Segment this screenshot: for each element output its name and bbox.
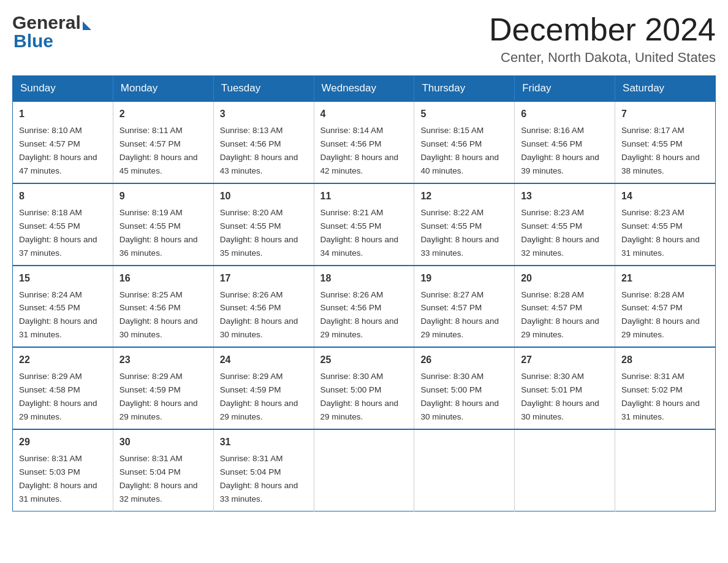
weekday-header-row: Sunday Monday Tuesday Wednesday Thursday… [13, 76, 716, 102]
day-number: 11 [320, 189, 408, 204]
calendar-table: Sunday Monday Tuesday Wednesday Thursday… [12, 75, 716, 511]
day-info: Sunrise: 8:31 AMSunset: 5:04 PMDaylight:… [119, 454, 198, 504]
table-row: 29 Sunrise: 8:31 AMSunset: 5:03 PMDaylig… [13, 429, 113, 511]
day-number: 1 [19, 107, 107, 121]
day-info: Sunrise: 8:23 AMSunset: 4:55 PMDaylight:… [521, 208, 599, 258]
day-info: Sunrise: 8:13 AMSunset: 4:56 PMDaylight:… [220, 126, 298, 175]
day-number: 3 [220, 107, 308, 121]
table-row: 7 Sunrise: 8:17 AMSunset: 4:55 PMDayligh… [615, 101, 716, 183]
table-row: 16 Sunrise: 8:25 AMSunset: 4:56 PMDaylig… [113, 266, 213, 348]
calendar-week-row: 22 Sunrise: 8:29 AMSunset: 4:58 PMDaylig… [13, 347, 716, 429]
day-number: 25 [320, 353, 408, 367]
table-row: 14 Sunrise: 8:23 AMSunset: 4:55 PMDaylig… [615, 183, 716, 266]
logo-blue-text: Blue [12, 31, 53, 52]
logo: General Blue [12, 12, 91, 52]
day-info: Sunrise: 8:21 AMSunset: 4:55 PMDaylight:… [320, 208, 399, 258]
calendar-week-row: 1 Sunrise: 8:10 AMSunset: 4:57 PMDayligh… [13, 101, 716, 183]
day-info: Sunrise: 8:31 AMSunset: 5:03 PMDaylight:… [19, 454, 97, 504]
day-info: Sunrise: 8:27 AMSunset: 4:57 PMDaylight:… [420, 290, 499, 340]
table-row [314, 429, 414, 511]
day-number: 24 [220, 353, 308, 367]
table-row [515, 429, 615, 511]
logo-line1: General [12, 12, 91, 33]
day-info: Sunrise: 8:31 AMSunset: 5:04 PMDaylight:… [220, 454, 298, 504]
day-number: 6 [521, 107, 609, 121]
day-info: Sunrise: 8:29 AMSunset: 4:59 PMDaylight:… [220, 372, 298, 421]
day-info: Sunrise: 8:11 AMSunset: 4:57 PMDaylight:… [119, 126, 198, 175]
day-number: 4 [320, 107, 408, 121]
day-number: 13 [521, 189, 609, 204]
day-number: 22 [19, 353, 107, 367]
day-number: 8 [19, 189, 107, 204]
day-number: 27 [521, 353, 609, 367]
table-row: 31 Sunrise: 8:31 AMSunset: 5:04 PMDaylig… [213, 429, 314, 511]
day-number: 5 [420, 107, 508, 121]
day-info: Sunrise: 8:17 AMSunset: 4:55 PMDaylight:… [621, 126, 700, 175]
table-row: 27 Sunrise: 8:30 AMSunset: 5:01 PMDaylig… [515, 347, 615, 429]
table-row: 21 Sunrise: 8:28 AMSunset: 4:57 PMDaylig… [615, 266, 716, 348]
day-number: 10 [220, 189, 308, 204]
day-number: 9 [119, 189, 207, 204]
day-info: Sunrise: 8:30 AMSunset: 5:01 PMDaylight:… [521, 372, 599, 421]
table-row: 8 Sunrise: 8:18 AMSunset: 4:55 PMDayligh… [13, 183, 113, 266]
day-info: Sunrise: 8:15 AMSunset: 4:56 PMDaylight:… [420, 126, 499, 175]
table-row: 13 Sunrise: 8:23 AMSunset: 4:55 PMDaylig… [515, 183, 615, 266]
day-info: Sunrise: 8:22 AMSunset: 4:55 PMDaylight:… [420, 208, 499, 258]
day-number: 29 [19, 435, 107, 450]
day-info: Sunrise: 8:26 AMSunset: 4:56 PMDaylight:… [320, 290, 399, 340]
calendar-header: Sunday Monday Tuesday Wednesday Thursday… [13, 76, 716, 102]
day-number: 15 [19, 271, 107, 286]
day-number: 21 [621, 271, 709, 286]
table-row: 9 Sunrise: 8:19 AMSunset: 4:55 PMDayligh… [113, 183, 213, 266]
day-info: Sunrise: 8:28 AMSunset: 4:57 PMDaylight:… [621, 290, 700, 340]
title-block: December 2024 Center, North Dakota, Unit… [489, 12, 716, 66]
day-info: Sunrise: 8:20 AMSunset: 4:55 PMDaylight:… [220, 208, 298, 258]
table-row [414, 429, 515, 511]
day-number: 31 [220, 435, 308, 450]
day-number: 12 [420, 189, 508, 204]
table-row: 20 Sunrise: 8:28 AMSunset: 4:57 PMDaylig… [515, 266, 615, 348]
header-tuesday: Tuesday [213, 76, 314, 102]
day-info: Sunrise: 8:19 AMSunset: 4:55 PMDaylight:… [119, 208, 198, 258]
day-info: Sunrise: 8:26 AMSunset: 4:56 PMDaylight:… [220, 290, 298, 340]
table-row: 10 Sunrise: 8:20 AMSunset: 4:55 PMDaylig… [213, 183, 314, 266]
day-info: Sunrise: 8:28 AMSunset: 4:57 PMDaylight:… [521, 290, 599, 340]
day-number: 23 [119, 353, 207, 367]
header-monday: Monday [113, 76, 213, 102]
logo-arrow-icon [83, 21, 91, 30]
logo-general-text: General [12, 12, 81, 33]
header-saturday: Saturday [615, 76, 716, 102]
day-info: Sunrise: 8:10 AMSunset: 4:57 PMDaylight:… [19, 126, 97, 175]
day-number: 2 [119, 107, 207, 121]
table-row: 2 Sunrise: 8:11 AMSunset: 4:57 PMDayligh… [113, 101, 213, 183]
day-info: Sunrise: 8:18 AMSunset: 4:55 PMDaylight:… [19, 208, 97, 258]
day-info: Sunrise: 8:29 AMSunset: 4:58 PMDaylight:… [19, 372, 97, 421]
day-number: 16 [119, 271, 207, 286]
header-sunday: Sunday [13, 76, 113, 102]
table-row: 6 Sunrise: 8:16 AMSunset: 4:56 PMDayligh… [515, 101, 615, 183]
day-info: Sunrise: 8:25 AMSunset: 4:56 PMDaylight:… [119, 290, 198, 340]
day-number: 20 [521, 271, 609, 286]
calendar-week-row: 8 Sunrise: 8:18 AMSunset: 4:55 PMDayligh… [13, 183, 716, 266]
day-number: 19 [420, 271, 508, 286]
day-info: Sunrise: 8:29 AMSunset: 4:59 PMDaylight:… [119, 372, 198, 421]
table-row: 17 Sunrise: 8:26 AMSunset: 4:56 PMDaylig… [213, 266, 314, 348]
day-number: 17 [220, 271, 308, 286]
page-header: General Blue December 2024 Center, North… [12, 12, 716, 66]
table-row: 5 Sunrise: 8:15 AMSunset: 4:56 PMDayligh… [414, 101, 515, 183]
table-row: 1 Sunrise: 8:10 AMSunset: 4:57 PMDayligh… [13, 101, 113, 183]
table-row: 25 Sunrise: 8:30 AMSunset: 5:00 PMDaylig… [314, 347, 414, 429]
calendar-week-row: 29 Sunrise: 8:31 AMSunset: 5:03 PMDaylig… [13, 429, 716, 511]
table-row: 3 Sunrise: 8:13 AMSunset: 4:56 PMDayligh… [213, 101, 314, 183]
day-number: 30 [119, 435, 207, 450]
table-row: 30 Sunrise: 8:31 AMSunset: 5:04 PMDaylig… [113, 429, 213, 511]
table-row: 19 Sunrise: 8:27 AMSunset: 4:57 PMDaylig… [414, 266, 515, 348]
day-number: 26 [420, 353, 508, 367]
day-info: Sunrise: 8:24 AMSunset: 4:55 PMDaylight:… [19, 290, 97, 340]
day-info: Sunrise: 8:30 AMSunset: 5:00 PMDaylight:… [320, 372, 399, 421]
location-title: Center, North Dakota, United States [489, 50, 716, 66]
table-row: 4 Sunrise: 8:14 AMSunset: 4:56 PMDayligh… [314, 101, 414, 183]
table-row: 18 Sunrise: 8:26 AMSunset: 4:56 PMDaylig… [314, 266, 414, 348]
calendar-body: 1 Sunrise: 8:10 AMSunset: 4:57 PMDayligh… [13, 101, 716, 511]
table-row: 15 Sunrise: 8:24 AMSunset: 4:55 PMDaylig… [13, 266, 113, 348]
